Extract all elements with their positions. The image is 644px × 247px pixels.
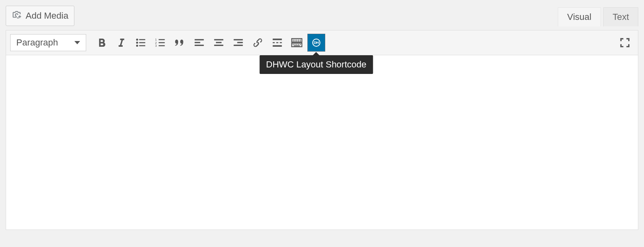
svg-rect-33 xyxy=(294,41,296,41)
dh-icon: DH xyxy=(310,37,322,49)
format-select-label: Paragraph xyxy=(16,37,58,48)
align-right-button[interactable] xyxy=(229,34,247,52)
svg-rect-35 xyxy=(298,41,299,41)
add-media-label: Add Media xyxy=(26,11,68,21)
align-center-icon xyxy=(213,37,225,49)
tooltip: DHWC Layout Shortcode xyxy=(259,55,373,74)
align-left-button[interactable] xyxy=(190,34,208,52)
keyboard-icon xyxy=(291,37,303,49)
read-more-icon xyxy=(271,37,283,49)
svg-point-4 xyxy=(136,45,138,47)
svg-rect-9 xyxy=(159,42,165,43)
chevron-down-icon xyxy=(74,41,80,44)
svg-rect-40 xyxy=(296,44,298,45)
svg-rect-21 xyxy=(273,39,282,40)
tab-visual[interactable]: Visual xyxy=(558,7,601,26)
align-center-button[interactable] xyxy=(210,34,228,52)
camera-media-icon xyxy=(12,9,22,22)
numbered-list-icon: 123 xyxy=(154,37,166,49)
svg-rect-19 xyxy=(237,42,243,43)
numbered-list-button[interactable]: 123 xyxy=(151,34,169,52)
svg-rect-32 xyxy=(293,41,294,41)
link-button[interactable] xyxy=(249,34,267,52)
italic-icon xyxy=(115,37,127,49)
svg-rect-27 xyxy=(293,40,294,41)
svg-rect-24 xyxy=(280,42,282,43)
svg-rect-25 xyxy=(273,45,282,47)
svg-rect-28 xyxy=(294,40,296,41)
svg-rect-7 xyxy=(159,39,165,40)
svg-point-2 xyxy=(136,42,138,44)
svg-rect-39 xyxy=(294,44,296,45)
align-left-icon xyxy=(193,37,205,49)
svg-rect-15 xyxy=(214,39,224,40)
quote-icon xyxy=(174,37,186,49)
svg-rect-42 xyxy=(300,44,301,45)
svg-rect-5 xyxy=(139,45,145,46)
link-icon xyxy=(252,37,264,49)
svg-rect-38 xyxy=(293,44,294,45)
bullet-list-button[interactable] xyxy=(132,34,150,52)
editor-toolbar: Paragraph 123 xyxy=(6,30,638,55)
svg-rect-20 xyxy=(234,45,243,46)
italic-button[interactable] xyxy=(112,34,130,52)
svg-rect-29 xyxy=(296,40,298,41)
svg-rect-17 xyxy=(214,45,224,46)
editor-tabs: Visual Text xyxy=(558,7,638,26)
blockquote-button[interactable] xyxy=(171,34,189,52)
add-media-button[interactable]: Add Media xyxy=(6,6,74,26)
align-right-icon xyxy=(232,37,244,49)
svg-rect-1 xyxy=(139,39,145,40)
svg-rect-43 xyxy=(294,46,300,46)
bold-icon xyxy=(96,37,108,49)
bold-button[interactable] xyxy=(93,34,111,52)
editor-content[interactable] xyxy=(6,55,638,230)
dhwc-shortcode-button[interactable]: DH DHWC Layout Shortcode xyxy=(307,34,325,52)
svg-rect-3 xyxy=(139,42,145,43)
svg-rect-23 xyxy=(276,42,278,43)
svg-rect-14 xyxy=(195,45,204,46)
svg-rect-22 xyxy=(273,42,275,43)
bullet-list-icon xyxy=(135,37,147,49)
fullscreen-icon xyxy=(619,37,631,49)
svg-rect-36 xyxy=(300,41,301,41)
svg-rect-11 xyxy=(159,45,165,46)
svg-rect-18 xyxy=(234,39,243,40)
svg-rect-41 xyxy=(298,44,299,45)
svg-rect-13 xyxy=(195,42,200,43)
format-select[interactable]: Paragraph xyxy=(10,34,86,51)
fullscreen-button[interactable] xyxy=(616,34,634,52)
svg-rect-31 xyxy=(300,40,301,41)
svg-text:3: 3 xyxy=(155,44,157,48)
insert-more-button[interactable] xyxy=(268,34,286,52)
svg-rect-16 xyxy=(216,42,222,43)
toolbar-toggle-button[interactable] xyxy=(288,34,306,52)
svg-rect-12 xyxy=(195,39,204,40)
svg-point-0 xyxy=(136,39,138,41)
svg-rect-34 xyxy=(296,41,298,41)
tab-text[interactable]: Text xyxy=(603,7,638,26)
svg-rect-30 xyxy=(298,40,299,41)
